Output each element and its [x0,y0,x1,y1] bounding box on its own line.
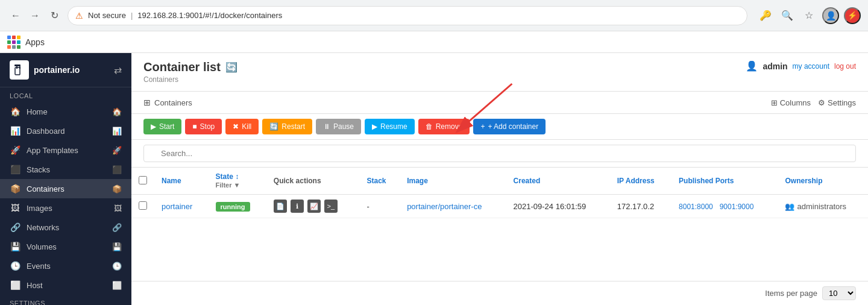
resume-button[interactable]: ▶ Resume [365,119,415,134]
host-icon: ⬜ [10,280,20,290]
header-user-area: 👤 admin my account log out [746,60,856,72]
columns-icon: ⊞ [771,98,778,107]
remove-icon: 🗑 [426,122,433,131]
address-url: 192.168.28.1:9001/#!/1/docker/containers [137,11,282,20]
port-link-2[interactable]: 9001:9000 [720,203,754,211]
containers-icon-right: 📦 [112,184,122,193]
columns-label: Columns [780,98,811,107]
search-button[interactable]: 🔍 [779,7,796,24]
password-icon-button[interactable]: 🔑 [757,7,774,24]
remove-button[interactable]: 🗑 Remove [418,119,470,134]
portainer-logo [10,60,29,80]
sidebar-item-images[interactable]: 🖼 Images 🖼 [0,198,131,218]
select-all-checkbox[interactable] [139,176,147,184]
quick-actions-cell: 📄 ℹ 📈 >_ [266,195,360,218]
pause-button[interactable]: ⏸ Pause [316,119,361,134]
kill-button[interactable]: ✖ Kill [225,119,259,134]
table-container: Name State ↕Filter ▼ Quick actions Stack… [131,168,868,281]
quick-actions-column-header: Quick actions [266,168,360,195]
add-container-label: + Add container [488,122,538,131]
items-per-page-label: Items per page [765,289,817,298]
stacks-icon: ⬛ [10,165,20,174]
console-button[interactable]: >_ [324,200,338,213]
apps-grid-icon[interactable] [7,36,20,49]
sidebar-item-stacks[interactable]: ⬛ Stacks ⬛ [0,160,131,179]
search-area: 🔍 [131,140,868,168]
add-container-button[interactable]: + + Add container [473,119,546,134]
columns-button[interactable]: ⊞ Columns [771,98,811,107]
logo-switch-icon[interactable]: ⇄ [114,64,122,76]
created-cell: 2021-09-24 16:01:59 [506,195,610,218]
containers-label-text: Containers [154,98,192,107]
restart-button[interactable]: 🔄 Restart [262,119,312,134]
stack-column-header[interactable]: Stack [360,168,400,195]
sidebar-item-host[interactable]: ⬜ Host ⬜ [0,275,131,295]
notification-button[interactable]: ⚡ [844,7,861,24]
state-column-header[interactable]: State ↕Filter ▼ [209,168,266,195]
port-link-1[interactable]: 8001:8000 [679,203,713,211]
back-button[interactable]: ← [7,7,24,24]
sidebar-item-volumes[interactable]: 💾 Volumes 💾 [0,237,131,256]
container-name-link[interactable]: portainer [162,202,192,211]
containers-section-icon: ⊞ [143,98,151,107]
sidebar-section-local: LOCAL [0,87,131,102]
sidebar-item-label: Networks [27,223,106,232]
ownership-text: administrators [797,202,846,211]
sidebar-item-home[interactable]: 🏠 Home 🏠 [0,102,131,121]
logo-text: portainer.io [34,65,80,75]
ip-column-header[interactable]: IP Address [610,168,671,195]
profile-button[interactable]: 👤 [822,7,839,24]
sidebar-item-dashboard[interactable]: 📊 Dashboard 📊 [0,121,131,140]
browser-chrome: ← → ↻ ⚠ Not secure | 192.168.28.1:9001/#… [0,0,868,31]
forward-button[interactable]: → [27,7,43,24]
name-column-header[interactable]: Name [154,168,209,195]
browser-actions: 🔑 🔍 ☆ 👤 ⚡ [757,7,861,24]
log-out-link[interactable]: log out [834,62,856,71]
sidebar-item-events[interactable]: 🕒 Events 🕒 [0,256,131,275]
apps-label: Apps [25,37,45,47]
toolbar-right: ⊞ Columns ⚙ Settings [771,98,856,107]
ownership-column-header[interactable]: Ownership [778,168,868,195]
ownership-group: 👥 administrators [785,202,861,211]
events-icon-right: 🕒 [112,262,122,271]
address-bar[interactable]: ⚠ Not secure | 192.168.28.1:9001/#!/1/do… [68,6,747,25]
security-warning-icon: ⚠ [75,11,83,20]
ownership-icon: 👥 [785,202,794,211]
sidebar-item-app-templates[interactable]: 🚀 App Templates 🚀 [0,140,131,160]
stop-button[interactable]: ■ Stop [185,119,222,134]
pause-label: Pause [333,122,354,131]
refresh-icon[interactable]: 🔄 [225,61,237,73]
apps-bar: Apps [0,31,868,53]
host-icon-right: ⬜ [112,281,122,290]
image-column-header[interactable]: Image [400,168,506,195]
bookmark-button[interactable]: ☆ [800,7,817,24]
sidebar-item-containers[interactable]: 📦 Containers 📦 [0,179,131,198]
page-title: Container list 🔄 [143,60,237,74]
inspect-button[interactable]: ℹ [291,200,304,213]
reload-button[interactable]: ↻ [46,7,63,24]
image-link[interactable]: portainer/portainer-ce [407,202,482,211]
resume-icon: ▶ [372,122,377,131]
created-column-header[interactable]: Created [506,168,610,195]
logs-button[interactable]: 📄 [274,200,287,213]
svg-rect-1 [15,68,20,75]
app-templates-icon-right: 🚀 [112,146,122,155]
search-input[interactable] [143,145,856,162]
ports-column-header[interactable]: Published Ports [671,168,778,195]
home-icon-right: 🏠 [112,107,122,116]
networks-icon: 🔗 [10,222,20,232]
stats-button[interactable]: 📈 [307,200,321,213]
sidebar-item-label: Dashboard [27,127,106,136]
my-account-link[interactable]: my account [793,62,829,71]
start-button[interactable]: ▶ Start [143,119,181,134]
content-area: Container list 🔄 Containers 👤 admin my a… [131,53,868,305]
sidebar-item-networks[interactable]: 🔗 Networks 🔗 [0,218,131,237]
row-checkbox[interactable] [139,201,147,210]
quick-actions-group: 📄 ℹ 📈 >_ [274,200,353,213]
settings-toolbar-button[interactable]: ⚙ Settings [818,98,856,107]
sidebar-item-label: Home [27,107,106,116]
not-secure-label: Not secure [88,11,126,20]
volumes-icon: 💾 [10,242,20,251]
items-per-page-select[interactable]: 10 25 50 100 [822,286,856,300]
containers-section-label: ⊞ Containers [143,98,192,107]
